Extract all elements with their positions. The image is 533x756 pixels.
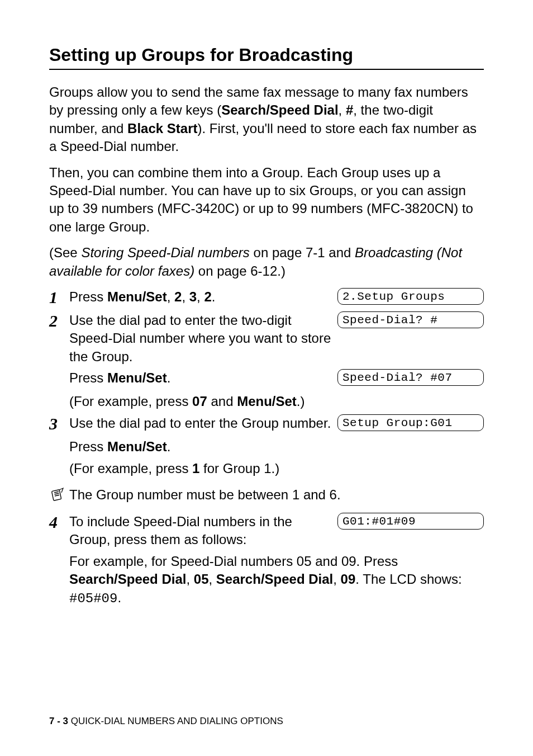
- step-body: (For example, press 07 and Menu/Set.): [69, 393, 337, 410]
- steps-list: 1 Press Menu/Set, 2, 3, 2. 2.Setup Group…: [49, 288, 484, 608]
- lcd-display: 2.Setup Groups: [337, 288, 484, 305]
- text: .: [212, 289, 216, 304]
- svg-line-1: [54, 492, 59, 493]
- step-number: 2: [49, 311, 69, 330]
- text: ,: [186, 571, 193, 587]
- lcd-display: Speed-Dial? #: [337, 311, 484, 328]
- step-2-example: 0 (For example, press 07 and Menu/Set.): [49, 393, 484, 411]
- text: .: [167, 439, 171, 454]
- key-name: 2: [174, 289, 182, 304]
- text: ,: [197, 289, 204, 304]
- intro-paragraph-3: (See Storing Speed-Dial numbers on page …: [49, 244, 484, 280]
- key-name: 07: [192, 394, 207, 409]
- step-body: Press Menu/Set.: [69, 369, 337, 387]
- step-body: Use the dial pad to enter the Group numb…: [69, 414, 337, 432]
- key-name: Black Start: [127, 121, 197, 136]
- page-number: 7 - 3: [49, 716, 68, 726]
- step-3-press: 0 Press Menu/Set.: [49, 438, 484, 456]
- cross-reference: Storing Speed-Dial numbers: [81, 245, 250, 260]
- step-body: For example, for Speed-Dial numbers 05 a…: [69, 552, 484, 608]
- key-name: 1: [192, 461, 199, 476]
- text: .: [167, 370, 171, 385]
- step-1: 1 Press Menu/Set, 2, 3, 2. 2.Setup Group…: [49, 288, 484, 308]
- lcd-display: Speed-Dial? #07: [337, 369, 484, 386]
- lcd-column: G01:#01#09: [337, 513, 484, 533]
- step-number: 3: [49, 414, 69, 433]
- key-name: Search/Speed Dial: [216, 571, 333, 587]
- step-body: Press Menu/Set, 2, 3, 2.: [69, 288, 337, 306]
- step-body: Use the dial pad to enter the two-digit …: [69, 311, 337, 366]
- step-3: 3 Use the dial pad to enter the Group nu…: [49, 414, 484, 434]
- text: .): [297, 394, 305, 409]
- page-footer: 7 - 3 QUICK-DIAL NUMBERS AND DIALING OPT…: [49, 716, 283, 727]
- note-text: The Group number must be between 1 and 6…: [69, 486, 484, 504]
- lcd-display: Setup Group:G01: [337, 414, 484, 431]
- lcd-column: 2.Setup Groups: [337, 288, 484, 308]
- text: .: [117, 590, 121, 605]
- step-4: 4 To include Speed-Dial numbers in the G…: [49, 513, 484, 549]
- text: (For example, press: [69, 394, 192, 409]
- chapter-title: QUICK-DIAL NUMBERS AND DIALING OPTIONS: [68, 716, 283, 726]
- text: (For example, press: [69, 461, 192, 476]
- text: ,: [339, 102, 346, 117]
- intro-paragraph-1: Groups allow you to send the same fax me…: [49, 83, 484, 156]
- step-3-example: 0 (For example, press 1 for Group 1.): [49, 460, 484, 478]
- key-name: 05: [194, 571, 209, 587]
- step-2: 2 Use the dial pad to enter the two-digi…: [49, 311, 484, 366]
- text: ,: [208, 571, 216, 587]
- text: ,: [333, 571, 340, 587]
- key-name: 3: [189, 289, 197, 304]
- page-title: Setting up Groups for Broadcasting: [49, 45, 484, 70]
- key-name: Menu/Set: [107, 370, 167, 385]
- lcd-display: G01:#01#09: [337, 513, 484, 530]
- text: ,: [167, 289, 174, 304]
- key-name: Menu/Set: [107, 289, 167, 304]
- step-number: 4: [49, 513, 69, 531]
- key-name: Search/Speed Dial: [69, 571, 186, 587]
- svg-rect-0: [51, 490, 61, 501]
- lcd-column: Speed-Dial? #: [337, 311, 484, 332]
- text: for Group 1.): [199, 461, 279, 476]
- lcd-column: Speed-Dial? #07: [337, 369, 484, 389]
- lcd-inline-text: #05#09: [69, 591, 117, 606]
- step-2-press: 0 Press Menu/Set. Speed-Dial? #07: [49, 369, 484, 389]
- svg-line-3: [55, 495, 59, 496]
- step-4-example: 0 For example, for Speed-Dial numbers 05…: [49, 552, 484, 608]
- note-row: The Group number must be between 1 and 6…: [49, 486, 484, 505]
- text: and: [207, 394, 237, 409]
- step-number: 1: [49, 288, 69, 306]
- step-body: Press Menu/Set.: [69, 438, 337, 456]
- text: on page 6-12.): [194, 263, 285, 278]
- text: Press: [69, 370, 107, 385]
- text: For example, for Speed-Dial numbers 05 a…: [69, 554, 398, 569]
- text: Press: [69, 289, 107, 304]
- text: (See: [49, 245, 81, 260]
- key-name: 2: [204, 289, 211, 304]
- text: on page 7-1 and: [250, 245, 355, 260]
- document-page: Setting up Groups for Broadcasting Group…: [0, 0, 533, 756]
- key-name: 09: [341, 571, 356, 587]
- key-name: Menu/Set: [107, 439, 167, 454]
- text: . The LCD shows:: [355, 571, 461, 587]
- svg-line-2: [55, 493, 59, 494]
- text: ,: [182, 289, 189, 304]
- key-name: Menu/Set: [237, 394, 297, 409]
- intro-paragraph-2: Then, you can combine them into a Group.…: [49, 164, 484, 237]
- lcd-column: Setup Group:G01: [337, 414, 484, 434]
- text: Press: [69, 439, 107, 454]
- step-body: (For example, press 1 for Group 1.): [69, 460, 337, 478]
- note-icon: [49, 486, 69, 505]
- key-name: #: [346, 102, 353, 117]
- key-name: Search/Speed Dial: [221, 102, 338, 117]
- step-body: To include Speed-Dial numbers in the Gro…: [69, 513, 337, 549]
